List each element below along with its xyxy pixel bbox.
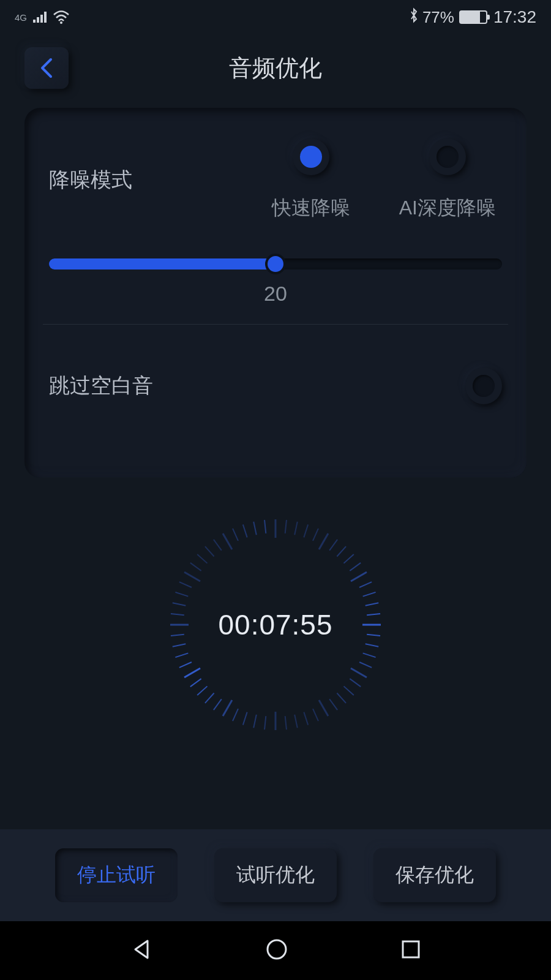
back-button[interactable] (24, 47, 69, 89)
svg-line-40 (190, 679, 201, 687)
chevron-left-icon (37, 57, 56, 79)
bluetooth-icon (409, 7, 419, 27)
svg-line-51 (184, 572, 200, 581)
page-title: 音频优化 (229, 53, 322, 84)
svg-line-22 (350, 679, 361, 687)
radio-icon (293, 138, 329, 175)
svg-point-0 (60, 21, 62, 24)
action-bar: 停止试听 试听优化 保存优化 (0, 829, 551, 921)
svg-line-13 (363, 592, 376, 597)
svg-line-21 (351, 668, 367, 677)
svg-line-50 (179, 582, 192, 587)
svg-line-54 (205, 546, 214, 556)
wifi-icon (53, 10, 70, 24)
svg-line-9 (343, 554, 353, 564)
svg-line-35 (233, 709, 238, 721)
svg-line-53 (197, 554, 207, 564)
svg-line-49 (175, 592, 188, 597)
settings-card: 降噪模式 快速降噪 AI深度降噪 20 跳过空白音 (24, 108, 527, 478)
slider-value: 20 (49, 282, 502, 306)
status-bar: 4G 77% 17:32 (0, 0, 551, 34)
noise-mode-label: 降噪模式 (49, 166, 202, 194)
svg-line-41 (184, 668, 200, 677)
nav-home-icon[interactable] (264, 937, 289, 964)
radio-icon (429, 138, 466, 175)
nav-back-icon[interactable] (129, 937, 154, 964)
svg-line-2 (285, 520, 287, 533)
svg-line-20 (359, 662, 372, 668)
svg-line-17 (367, 635, 380, 636)
timer-ticks-icon (165, 514, 386, 735)
svg-line-28 (304, 712, 308, 725)
svg-rect-62 (403, 941, 419, 957)
svg-line-59 (253, 522, 257, 535)
svg-line-55 (214, 540, 222, 551)
nav-bar (0, 921, 551, 980)
noise-mode-radio-group: 快速降噪 AI深度降噪 (202, 138, 502, 222)
svg-line-56 (223, 533, 232, 549)
svg-line-18 (365, 644, 379, 647)
svg-line-36 (223, 700, 232, 716)
svg-line-38 (205, 693, 214, 703)
radio-label: 快速降噪 (272, 195, 350, 222)
svg-line-26 (319, 700, 328, 716)
save-optimize-button[interactable]: 保存优化 (373, 848, 496, 902)
svg-line-19 (363, 653, 376, 657)
signal-icon (33, 12, 47, 23)
stop-preview-button[interactable]: 停止试听 (55, 848, 178, 902)
skip-silence-toggle[interactable] (465, 368, 502, 404)
svg-line-47 (171, 614, 184, 615)
svg-line-23 (343, 686, 353, 695)
svg-line-44 (173, 644, 186, 647)
svg-line-37 (214, 699, 222, 710)
svg-line-29 (294, 715, 298, 728)
svg-point-61 (268, 940, 286, 959)
svg-line-34 (243, 712, 247, 725)
radio-ai-denoise[interactable]: AI深度降噪 (399, 138, 496, 222)
svg-line-58 (243, 524, 247, 537)
svg-line-27 (313, 709, 318, 721)
svg-line-15 (367, 614, 380, 615)
svg-line-43 (175, 653, 188, 657)
svg-line-12 (359, 582, 372, 587)
svg-line-42 (179, 662, 192, 668)
clock: 17:32 (493, 7, 536, 27)
svg-line-39 (197, 686, 207, 695)
svg-line-60 (264, 520, 266, 533)
preview-optimize-button[interactable]: 试听优化 (214, 848, 337, 902)
svg-line-7 (329, 540, 337, 551)
svg-line-52 (190, 563, 201, 571)
radio-label: AI深度降噪 (399, 195, 496, 222)
timer-display: 00:07:55 (165, 514, 386, 735)
skip-silence-label: 跳过空白音 (49, 372, 153, 400)
svg-line-5 (313, 529, 318, 541)
svg-line-57 (233, 529, 238, 541)
svg-line-25 (329, 699, 337, 710)
svg-line-8 (337, 546, 346, 556)
battery-percent: 77% (422, 8, 454, 27)
svg-line-24 (337, 693, 346, 703)
svg-line-14 (365, 603, 379, 606)
slider-thumb[interactable] (265, 254, 286, 274)
app-header: 音频优化 (0, 34, 551, 102)
svg-line-10 (350, 563, 361, 571)
radio-fast-denoise[interactable]: 快速降噪 (272, 138, 350, 222)
svg-line-45 (171, 635, 184, 636)
battery-icon (459, 10, 487, 24)
nav-recent-icon[interactable] (400, 938, 422, 963)
svg-line-30 (285, 716, 287, 729)
svg-line-4 (304, 524, 308, 537)
svg-line-32 (264, 716, 266, 729)
svg-line-48 (173, 603, 186, 606)
svg-line-11 (351, 572, 367, 581)
svg-line-3 (294, 522, 298, 535)
svg-line-6 (319, 533, 328, 549)
svg-line-33 (253, 715, 257, 728)
divider (43, 324, 508, 325)
denoise-slider[interactable]: 20 (49, 258, 502, 306)
network-label: 4G (15, 13, 27, 22)
